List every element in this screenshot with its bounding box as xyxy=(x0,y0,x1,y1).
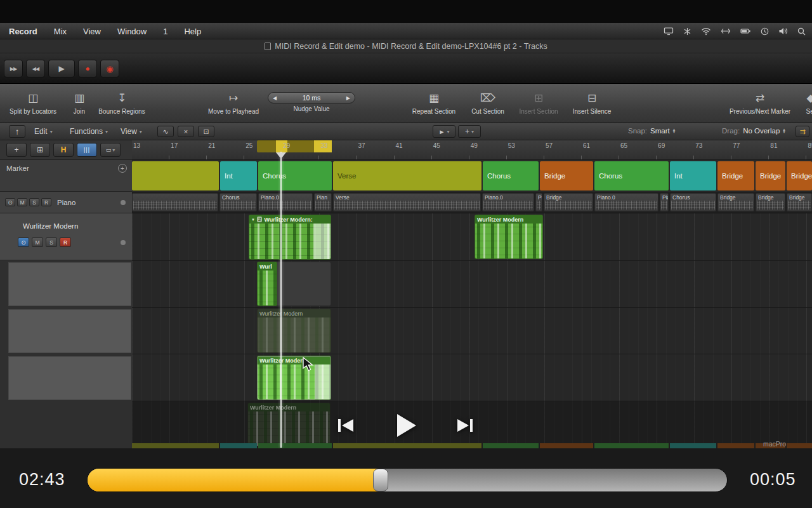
arrangement-marker-bridge[interactable]: Bridge xyxy=(787,161,812,190)
disclosure-triangle-icon[interactable]: ▼ xyxy=(251,218,255,222)
edit-menu[interactable]: Edit▾ xyxy=(34,127,53,136)
toolbar-split-by-locators[interactable]: ◫Split by Locators xyxy=(3,90,63,115)
nudge-increment-icon[interactable]: ▶ xyxy=(346,95,350,101)
toolbar-nudge-value[interactable]: ◀10 ms▶Nudge Value xyxy=(268,90,355,112)
capture-record-button[interactable]: ◉ xyxy=(100,60,119,77)
arrangement-marker-bridge[interactable]: Bridge xyxy=(540,161,593,190)
overview-region-pian[interactable]: Pian xyxy=(660,193,669,211)
overview-region-bridge[interactable]: Bridge xyxy=(717,193,754,211)
toolbar-repeat-section[interactable]: ▦Repeat Section xyxy=(405,90,463,115)
previous-video-button[interactable] xyxy=(334,414,357,439)
hide-tracks-button[interactable]: H xyxy=(53,143,74,157)
record-button[interactable]: ● xyxy=(78,60,97,77)
midi-region-wurlitzer-modern[interactable]: ▼2Wurlitzer Modern: xyxy=(249,215,331,260)
menu-item-window[interactable]: Window xyxy=(117,27,147,36)
wifi-icon[interactable] xyxy=(701,27,711,36)
toolbar-previous-next-marker[interactable]: ⇄Previous/Next Marker xyxy=(723,90,797,115)
overview-region-verse[interactable]: Verse xyxy=(333,193,481,211)
rewind-button[interactable]: ◀◀ xyxy=(26,60,45,77)
midi-region-wurlitzer-modern[interactable]: Wurlitzer Modern xyxy=(247,403,331,446)
filter-button[interactable]: ⊡ xyxy=(198,126,214,137)
next-video-button[interactable] xyxy=(454,414,476,439)
menu-item-mix[interactable]: Mix xyxy=(54,27,67,36)
overview-region[interactable] xyxy=(132,193,218,211)
overview-region-piano-0[interactable]: Piano.0 xyxy=(594,193,658,211)
track-power-button[interactable]: ⊙ xyxy=(18,237,29,247)
services-icon[interactable] xyxy=(683,27,691,36)
overview-region-chorus[interactable]: Chorus xyxy=(670,193,716,211)
midi-region-wurlitzer-modern[interactable]: Wurlitzer Modern xyxy=(257,309,331,353)
display-mirroring-icon[interactable] xyxy=(664,27,674,36)
overview-region-pi[interactable]: Pi xyxy=(535,193,542,211)
playhead-line[interactable] xyxy=(280,152,282,448)
menu-item-1[interactable]: 1 xyxy=(163,27,167,36)
solo-button[interactable]: S xyxy=(46,237,57,247)
playhead-handle[interactable] xyxy=(276,152,286,159)
add-track-button[interactable]: + xyxy=(6,143,27,157)
menu-item-record[interactable]: Record xyxy=(9,27,37,36)
wurlitzer-track-header[interactable]: Wurlitzer Modern ⊙ MSR xyxy=(0,213,132,260)
overview-region-pian[interactable]: Pian xyxy=(314,193,332,211)
arrangement-marker-bridge[interactable]: Bridge xyxy=(756,161,785,190)
overview-region-piano-0[interactable]: Piano.0 xyxy=(258,193,313,211)
midi-region-wurlitzer-modern[interactable]: Wurlitzer Modern xyxy=(475,215,543,259)
toolbar-bounce-regions[interactable]: ↧Bounce Regions xyxy=(93,90,151,115)
track-power-button[interactable]: ⊙ xyxy=(5,198,15,206)
bar-ruler[interactable]: 13172125293337414549535761656973778185 xyxy=(132,140,812,160)
piano-track-header[interactable]: ⊙ MSR Piano xyxy=(0,192,132,213)
record-button[interactable]: R xyxy=(60,237,71,247)
empty-track-header[interactable] xyxy=(8,356,131,400)
overview-region-bridge[interactable]: Bridge xyxy=(787,193,812,211)
duplicate-track-button[interactable]: ⊞ xyxy=(30,143,50,157)
nudge-value-stepper[interactable]: ◀10 ms▶ xyxy=(268,92,355,104)
play-video-button[interactable] xyxy=(388,409,421,444)
overview-region-piano-0[interactable]: Piano.0 xyxy=(482,193,534,211)
command-click-tool-button[interactable]: +▾ xyxy=(458,125,481,138)
solo-button[interactable]: S xyxy=(29,198,39,206)
toolbar-move-to-playhead[interactable]: ↦Move to Playhead xyxy=(202,90,265,115)
arrangement-marker-unnamed[interactable] xyxy=(132,161,219,190)
track-options-dropdown[interactable]: ▭▾ xyxy=(100,143,121,157)
track-zoom-button[interactable]: ||| xyxy=(77,143,97,157)
view-menu[interactable]: View▾ xyxy=(121,127,142,136)
video-progress-thumb[interactable] xyxy=(373,469,388,491)
menu-item-view[interactable]: View xyxy=(83,27,101,36)
toolbar-set[interactable]: ◆Set xyxy=(793,90,812,115)
clock-icon[interactable] xyxy=(761,27,769,36)
overview-region-bridge[interactable]: Bridge xyxy=(756,193,785,211)
overview-region-bridge[interactable]: Bridge xyxy=(544,193,593,211)
battery-icon[interactable] xyxy=(740,27,751,35)
arrangement-marker-chorus[interactable]: Chorus xyxy=(594,161,669,190)
overview-region-chorus[interactable]: Chorus xyxy=(219,193,257,211)
arrangement-marker-chorus[interactable]: Chorus xyxy=(258,161,332,190)
add-marker-button[interactable]: + xyxy=(118,164,127,173)
automation-curve-button[interactable]: ∿ xyxy=(157,126,174,137)
arrangement-marker-int[interactable]: Int xyxy=(670,161,716,190)
toolbar-join[interactable]: ▥Join xyxy=(66,90,93,115)
play-button[interactable]: ▶ xyxy=(48,60,75,77)
midi-region-wurlitzer-modern[interactable]: Wurlitzer Modern xyxy=(257,356,331,400)
menu-item-help[interactable]: Help xyxy=(184,27,201,36)
record-enable-dot[interactable] xyxy=(121,200,126,205)
empty-track-header[interactable] xyxy=(8,309,131,353)
drag-dropdown[interactable]: Drag: No Overlap ▴▾ xyxy=(722,127,785,135)
empty-track-header[interactable] xyxy=(8,262,131,306)
toolbar-insert-section[interactable]: ⊞Insert Section xyxy=(511,90,566,115)
catch-playhead-button[interactable]: ⇉ xyxy=(796,126,809,137)
fast-user-switch-icon[interactable] xyxy=(721,27,731,35)
nudge-decrement-icon[interactable]: ◀ xyxy=(273,95,277,101)
snap-dropdown[interactable]: Snap: Smart ▴▾ xyxy=(628,127,675,135)
arrangement-marker-chorus[interactable]: Chorus xyxy=(483,161,539,190)
spotlight-icon[interactable] xyxy=(797,27,806,36)
record-button[interactable]: R xyxy=(41,198,51,206)
mute-button[interactable]: M xyxy=(17,198,27,206)
forward-button[interactable]: ▶▶ xyxy=(4,60,23,77)
arrangement-marker-bridge[interactable]: Bridge xyxy=(717,161,754,190)
track-lane-area[interactable]: macPro ▼2Wurlitzer Modern:Wurlitzer Mode… xyxy=(132,213,812,448)
arrangement-marker-int[interactable]: Int xyxy=(220,161,257,190)
crossfade-tool-button[interactable]: × xyxy=(178,126,194,137)
functions-menu[interactable]: Functions▾ xyxy=(70,127,108,136)
toolbar-cut-section[interactable]: ⌦Cut Section xyxy=(466,90,510,115)
arrangement-marker-verse[interactable]: Verse xyxy=(333,161,481,190)
toolbar-insert-silence[interactable]: ⊟Insert Silence xyxy=(567,90,617,115)
